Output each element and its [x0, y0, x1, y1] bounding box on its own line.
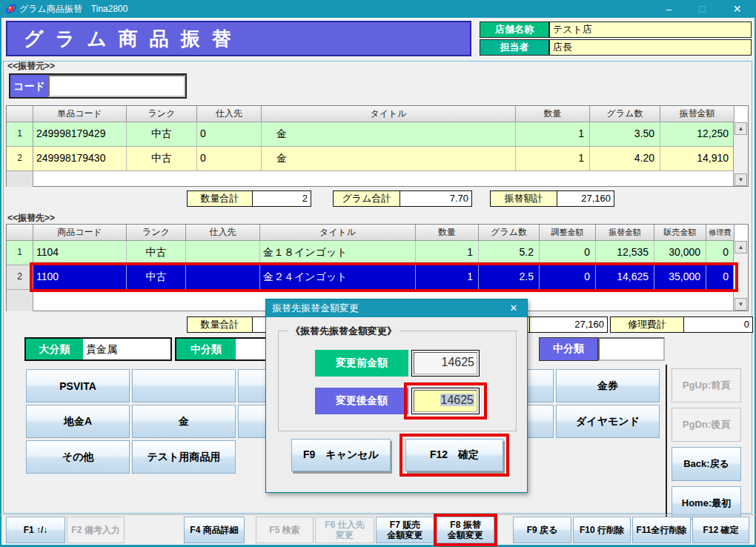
- maximize-button[interactable]: □: [686, 0, 719, 18]
- dest-table-scrollbar[interactable]: ▲ ▼: [733, 241, 748, 311]
- page-title: グラム商品振替: [6, 21, 471, 56]
- f9-button[interactable]: F9 戻る: [513, 517, 571, 543]
- col-header: 数量: [516, 106, 590, 122]
- category-button-blank[interactable]: [132, 369, 236, 402]
- col-header: 販売金額: [654, 225, 706, 241]
- col-header: 振替金額: [596, 225, 654, 241]
- category-button-kin[interactable]: 金: [132, 405, 236, 438]
- f4-button[interactable]: F4 商品詳細: [184, 517, 245, 543]
- after-amount-field[interactable]: 14625: [411, 388, 480, 414]
- f10-button[interactable]: F10 行削除: [573, 517, 631, 543]
- staff-value[interactable]: 店長: [549, 39, 752, 56]
- col-header: 単品コード: [33, 106, 127, 122]
- col-header: タイトル: [260, 225, 416, 241]
- minimize-button[interactable]: –: [652, 0, 686, 18]
- col-header: 数量: [416, 225, 479, 241]
- code-input[interactable]: [48, 75, 185, 97]
- function-bar-topline: [0, 514, 756, 515]
- after-amount-value: 14625: [440, 394, 475, 406]
- mid-category-left-label: 中分類: [176, 339, 236, 359]
- f6-button: F6 仕入先 変更: [315, 517, 374, 543]
- col-header: 振替金額: [660, 106, 735, 122]
- category-button-kinken[interactable]: 金券: [556, 369, 660, 402]
- table-row[interactable]: 1 1104 中古 金１８インゴット 1 5.2 0 12,535 30,000…: [7, 241, 748, 265]
- close-button[interactable]: ✕: [720, 0, 754, 18]
- window-title: グラム商品振替 Tina2800: [19, 3, 127, 16]
- f11-button[interactable]: F11全行削除: [632, 517, 691, 543]
- mid-category-right-value[interactable]: [598, 337, 665, 361]
- f7-button[interactable]: F7 販売 金額変更: [376, 517, 434, 543]
- after-amount-label: 変更後金額: [315, 388, 408, 414]
- back-button[interactable]: Back:戻る: [672, 447, 741, 481]
- dialog-title: 振替先振替金額変更: [272, 302, 359, 314]
- staff-label: 担当者: [480, 39, 549, 56]
- pgdn-button: PgDn:後頁: [672, 408, 741, 442]
- source-table-header: 単品コード ランク 仕入先 タイトル 数量 グラム数 振替金額: [7, 106, 748, 122]
- col-header: タイトル: [262, 106, 516, 122]
- dest-table-header: 商品コード ランク 仕入先 タイトル 数量 グラム数 調整金額 振替金額 販売金…: [7, 225, 748, 241]
- dialog-cancel-button[interactable]: F9 キャンセル: [291, 439, 391, 471]
- dialog-groupbox: 《振替先振替金額変更》: [278, 331, 517, 431]
- major-category-label: 大分類: [26, 339, 83, 359]
- transfer-amount-dialog: 振替先振替金額変更 ✕ 《振替先振替金額変更》 変更前金額 14625 変更後金…: [265, 299, 528, 493]
- f1-button[interactable]: F1 ↑/↓: [6, 517, 65, 543]
- home-button[interactable]: Home:最初: [672, 486, 741, 520]
- dest-repair-total: 修理費計 0: [610, 316, 753, 333]
- category-button-jigane-a[interactable]: 地金A: [26, 405, 130, 438]
- f8-button[interactable]: F8 振替 金額変更: [437, 517, 494, 543]
- code-field-group: コード: [9, 73, 187, 99]
- source-qty-total: 数量合計 2: [187, 190, 311, 207]
- app-icon: [5, 3, 17, 15]
- major-category-value[interactable]: 貴金属: [83, 339, 170, 359]
- source-table: 単品コード ランク 仕入先 タイトル 数量 グラム数 振替金額 1 249998…: [6, 105, 749, 187]
- category-button-test[interactable]: テスト用商品用: [132, 440, 236, 474]
- category-button-psvita[interactable]: PSVITA: [26, 369, 130, 402]
- col-header: 仕入先: [197, 106, 262, 122]
- dialog-confirm-button[interactable]: F12 確定: [405, 439, 503, 471]
- code-label: コード: [10, 75, 48, 97]
- col-header: グラム数: [479, 225, 540, 241]
- col-header: 商品コード: [33, 225, 127, 241]
- dialog-close-icon[interactable]: ✕: [506, 299, 521, 317]
- sidebar-separator: [666, 365, 667, 520]
- source-section-label: <<振替元>>: [7, 60, 55, 73]
- col-header: 調整金額: [540, 225, 596, 241]
- dialog-titlebar: 振替先振替金額変更 ✕: [266, 299, 527, 317]
- table-row-selected[interactable]: 2 1100 中古 金２４インゴット 1 2.5 0 14,625 35,000…: [7, 265, 748, 290]
- f2-button: F2 備考入力: [67, 517, 125, 543]
- store-name-label: 店舗名称: [480, 21, 549, 38]
- col-header: 修理費: [706, 225, 735, 241]
- col-header: グラム数: [590, 106, 660, 122]
- f12-button[interactable]: F12 確定: [692, 517, 749, 543]
- dialog-group-label: 《振替先振替金額変更》: [288, 325, 399, 338]
- source-gram-total: グラム合計 7.70: [333, 190, 472, 207]
- before-amount-field: 14625: [411, 350, 480, 377]
- scroll-up-icon[interactable]: ▲: [735, 241, 747, 253]
- col-header: ランク: [127, 106, 197, 122]
- dest-section-label: <<振替先>>: [7, 212, 55, 225]
- scroll-down-icon[interactable]: ▼: [735, 173, 747, 186]
- source-table-scrollbar[interactable]: ▲ ▼: [733, 122, 748, 186]
- mid-category-right-label: 中分類: [539, 337, 598, 361]
- scroll-down-icon[interactable]: ▼: [735, 298, 747, 311]
- col-header: ランク: [127, 225, 186, 241]
- app-window: グラム商品振替 Tina2800 – □ ✕ グラム商品振替 店舗名称 テスト店…: [0, 0, 756, 547]
- table-row[interactable]: 2 249998179430 中古 0 金 1 4.20 14,910: [7, 147, 748, 171]
- scroll-up-icon[interactable]: ▲: [735, 122, 747, 135]
- category-button-sonota[interactable]: その他: [26, 440, 130, 474]
- category-button-diamond[interactable]: ダイヤモンド: [556, 405, 660, 438]
- titlebar: グラム商品振替 Tina2800 – □ ✕: [0, 0, 756, 18]
- pgup-button: PgUp:前頁: [672, 368, 741, 402]
- major-category-group: 大分類 貴金属: [24, 337, 172, 361]
- col-header: 仕入先: [186, 225, 260, 241]
- f5-button: F5 検索: [256, 517, 314, 543]
- window-border-left: [0, 18, 1, 547]
- table-row[interactable]: 1 249998179429 中古 0 金 1 3.50 12,250: [7, 122, 748, 147]
- store-name-value[interactable]: テスト店: [549, 21, 752, 38]
- before-amount-label: 変更前金額: [315, 350, 408, 377]
- source-amount-total: 振替額計 27,160: [490, 190, 614, 207]
